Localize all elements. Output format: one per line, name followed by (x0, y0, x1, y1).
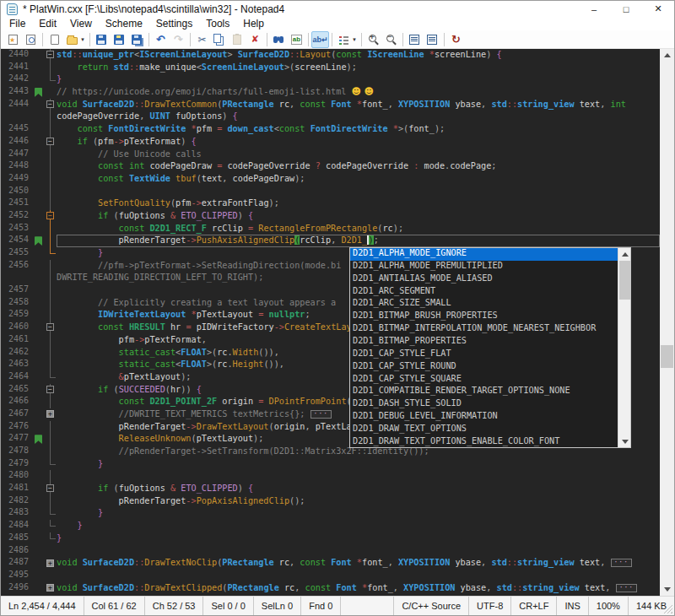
line-number: 2449 (1, 173, 33, 186)
line-number: 2448 (1, 160, 33, 173)
autocomplete-item[interactable]: D2D1_BITMAP_BRUSH_PROPERTIES (350, 311, 618, 323)
browse-button[interactable] (22, 31, 40, 48)
fold-margin (44, 433, 57, 446)
word-wrap-toggle[interactable]: ab↵ (311, 31, 329, 48)
fold-margin[interactable]: − (44, 322, 57, 334)
zoom-out-button[interactable] (382, 31, 400, 48)
autocomplete-item[interactable]: D2D1_ANTIALIAS_MODE_ALIASED (350, 273, 618, 286)
status-segment-right-2[interactable]: CR+LF (510, 597, 556, 615)
editor-scrollbar[interactable] (660, 49, 674, 596)
bookmark-icon (33, 433, 44, 446)
code-editor[interactable]: 2440−std::unique_ptr<IScreenLineLayout> … (1, 49, 674, 596)
maximize-button[interactable]: □ (610, 1, 642, 17)
minimize-button[interactable]: – (578, 1, 610, 17)
delete-button[interactable]: ✘ (246, 31, 264, 48)
menu-item-scheme[interactable]: Scheme (99, 18, 149, 30)
bookmark-margin (33, 545, 44, 558)
autocomplete-item[interactable]: D2D1_CAP_STYLE_ROUND (350, 361, 618, 374)
status-segment-right-0[interactable]: C/C++ Source (393, 597, 468, 615)
code-line-2448: 2448 const int codePageDraw = codePageOv… (1, 160, 660, 173)
autocomplete-item[interactable]: D2D1_DRAW_TEXT_OPTIONS_ENABLE_COLOR_FONT (350, 436, 618, 447)
save-as-button[interactable] (111, 31, 128, 48)
autocomplete-item[interactable]: D2D1_BITMAP_INTERPOLATION_MODE_NEAREST_N… (350, 323, 618, 336)
fold-ellipsis-icon[interactable]: ··· (611, 559, 632, 567)
save-all-button[interactable] (128, 31, 146, 48)
replace-button[interactable]: ab (288, 31, 305, 48)
fold-margin[interactable]: + (44, 557, 57, 570)
fold-ellipsis-icon[interactable]: ··· (310, 410, 332, 419)
view-document-button[interactable] (406, 31, 424, 48)
status-segment-right-1[interactable]: UTF-8 (468, 597, 510, 615)
favorites-button[interactable] (4, 31, 22, 48)
fold-margin[interactable]: − (44, 384, 57, 397)
toolbar-separator (444, 33, 445, 46)
status-segment-left-1[interactable]: Col 61 / 62 (84, 597, 145, 615)
undo-button[interactable]: ↶ (152, 31, 170, 48)
autocomplete-item[interactable]: D2D1_ALPHA_MODE_IGNORE (350, 248, 618, 261)
open-file-button[interactable] (63, 31, 81, 48)
autocomplete-item[interactable]: D2D1_BITMAP_PROPERTIES (350, 336, 618, 349)
code-text: // https://unicode.org/emoji/charts/full… (57, 86, 660, 99)
cut-button[interactable]: ✂ (193, 31, 211, 48)
fold-margin[interactable]: − (44, 49, 57, 62)
scroll-up-icon[interactable] (618, 248, 631, 260)
scroll-down-icon[interactable] (618, 435, 631, 447)
menu-item-help[interactable]: Help (236, 18, 271, 30)
menu-item-edit[interactable]: Edit (32, 18, 63, 30)
status-segment-left-4[interactable]: SelLn 0 (254, 597, 301, 615)
reload-button[interactable]: ↻ (447, 31, 465, 48)
menu-item-settings[interactable]: Settings (149, 18, 199, 30)
autocomplete-item[interactable]: D2D1_ALPHA_MODE_PREMULTIPLIED (350, 261, 618, 273)
fold-margin[interactable]: + (44, 582, 57, 595)
find-button[interactable] (270, 31, 288, 48)
bookmark-margin (33, 334, 44, 347)
menu-item-file[interactable]: File (3, 18, 32, 30)
autocomplete-item[interactable]: D2D1_DASH_STYLE_SOLID (350, 398, 618, 411)
status-segment-right-3[interactable]: INS (556, 597, 587, 615)
autocomplete-item[interactable]: D2D1_CAP_STYLE_SQUARE (350, 374, 618, 386)
bookmark-margin (33, 557, 44, 570)
bookmark-margin (33, 210, 44, 223)
fold-margin[interactable]: − (44, 210, 57, 223)
menu-item-tools[interactable]: Tools (199, 18, 236, 30)
copy-button[interactable] (211, 31, 229, 48)
paste-button[interactable] (229, 31, 246, 48)
autocomplete-item[interactable]: D2D1_DEBUG_LEVEL_INFORMATION (350, 411, 618, 424)
edit-mode-button[interactable] (424, 31, 441, 48)
status-segment-left-0[interactable]: Ln 2,454 / 4,444 (1, 597, 84, 615)
scroll-down-icon[interactable] (660, 583, 674, 596)
fold-ellipsis-icon[interactable]: ··· (616, 584, 637, 592)
menu-item-view[interactable]: View (63, 18, 99, 30)
resize-grip[interactable] (664, 605, 672, 613)
scheme-select-button[interactable] (335, 31, 353, 48)
autocomplete-item[interactable]: D2D1_CAP_STYLE_FLAT (350, 349, 618, 361)
bookmark-margin (33, 223, 44, 235)
bookmark-margin (33, 247, 44, 260)
save-button[interactable] (93, 31, 111, 48)
window-title: * PlatWin.cxx [F:\Libs\notepad4\scintill… (23, 3, 284, 15)
fold-margin[interactable]: − (44, 483, 57, 495)
autocomplete-item[interactable]: D2D1_ARC_SIZE_SMALL (350, 298, 618, 311)
autocomplete-scrollbar[interactable] (618, 248, 630, 447)
scroll-up-icon[interactable] (660, 49, 674, 62)
bookmark-margin (33, 458, 44, 471)
new-file-button[interactable] (46, 31, 63, 48)
line-number: 2440 (1, 49, 33, 62)
status-segment-left-2[interactable]: Ch 52 / 53 (145, 597, 204, 615)
zoom-in-button[interactable] (364, 31, 382, 48)
status-segment-left-5[interactable]: Fnd 0 (301, 597, 341, 615)
close-button[interactable]: ✕ (642, 1, 674, 17)
autocomplete-item[interactable]: D2D1_DRAW_TEXT_OPTIONS (350, 424, 618, 436)
fold-margin[interactable]: − (44, 99, 57, 111)
fold-margin[interactable]: + (44, 408, 57, 421)
status-segment-left-3[interactable]: Sel 0 / 0 (203, 597, 253, 615)
autocomplete-item[interactable]: D2D1_COMPATIBLE_RENDER_TARGET_OPTIONS_NO… (350, 386, 618, 398)
line-number: 2482 (1, 495, 33, 508)
code-text: SetFontQuality(pfm->extraFontFlag); (57, 197, 660, 210)
autocomplete-item[interactable]: D2D1_ARC_SEGMENT (350, 286, 618, 299)
fold-margin[interactable]: − (44, 136, 57, 149)
scrollbar-thumb[interactable] (661, 345, 673, 368)
scrollbar-thumb[interactable] (619, 261, 630, 300)
status-segment-right-4[interactable]: 100% (588, 597, 628, 615)
redo-button[interactable]: ↷ (170, 31, 187, 48)
